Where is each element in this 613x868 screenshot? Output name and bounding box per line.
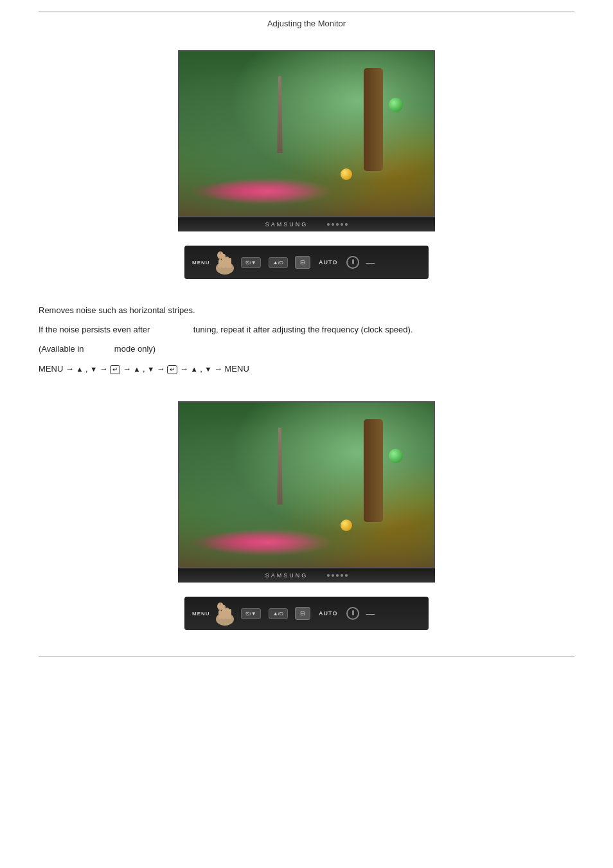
- monitor-bottom-1: SAMSUNG: [178, 217, 435, 231]
- ctrl-btn2-2[interactable]: ▲/O: [269, 608, 288, 619]
- down-arrow-2: ▼: [147, 365, 154, 373]
- text-section: Removes noise such as horizontal stripes…: [39, 292, 574, 388]
- navigation-line: MENU → ▲ , ▼ → ↵ → ▲ , ▼ → ↵ → ▲ , ▼ → M…: [39, 364, 574, 374]
- para3-pre: (Available in: [39, 344, 84, 354]
- up-arrow-1: ▲: [76, 365, 84, 373]
- ctrl-icon1-1[interactable]: ⊟: [295, 256, 310, 269]
- menu-label-1: MENU: [192, 260, 210, 266]
- green-ball-2: [389, 449, 403, 463]
- control-panel-1: MENU ⊡/▼ ▲/O ⊟: [184, 246, 429, 279]
- paragraph-2: If the noise persists even after tuning,…: [39, 323, 574, 337]
- flowers-2: [192, 526, 345, 559]
- svg-rect-9: [226, 608, 229, 619]
- svg-rect-2: [226, 257, 229, 268]
- page-header: Adjusting the Monitor: [39, 0, 574, 37]
- monitor-image-2: SAMSUNG: [178, 401, 435, 583]
- nav-text: MENU → ▲ , ▼ → ↵ → ▲ , ▼ → ↵ → ▲ , ▼ → M…: [39, 364, 249, 374]
- hand-svg-2: [213, 600, 237, 627]
- blank-space-1: [152, 325, 191, 332]
- tree-trunk-2: [364, 419, 383, 522]
- ctrl-auto-1: AUTO: [319, 259, 337, 266]
- brand-label-2: SAMSUNG: [265, 572, 308, 579]
- ctrl-power-2[interactable]: [346, 607, 359, 620]
- down-arrow-3: ▼: [204, 365, 211, 373]
- top-rule: [39, 12, 574, 12]
- brand-label-1: SAMSUNG: [265, 221, 308, 228]
- para2-mid: tuning, repeat it after adjusting the fr…: [193, 325, 413, 334]
- hand-cursor-2: [213, 600, 237, 627]
- blank-space-2: [86, 344, 112, 352]
- svg-rect-4: [218, 259, 222, 268]
- ctrl-power-1[interactable]: [346, 256, 359, 269]
- ctrl-dash-1: —: [366, 257, 375, 267]
- page-title: Adjusting the Monitor: [267, 19, 346, 28]
- pagoda-2: [276, 428, 283, 505]
- ctrl-btn2-1[interactable]: ▲/O: [269, 257, 288, 268]
- para2-pre: If the noise persists even after: [39, 325, 150, 334]
- control-panel-2: MENU ⊡/▼ ▲/O ⊟ AUTO: [184, 597, 429, 630]
- monitor-dots-2: [327, 574, 348, 577]
- ctrl-btn1-2[interactable]: ⊡/▼: [241, 608, 261, 619]
- scene-1: [179, 51, 434, 216]
- hand-svg-1: [213, 249, 237, 276]
- flowers-1: [192, 175, 345, 208]
- svg-rect-3: [229, 258, 231, 268]
- tree-trunk-1: [364, 68, 383, 171]
- down-arrow-1: ▼: [90, 365, 97, 373]
- green-ball-1: [389, 98, 403, 112]
- page-container: Adjusting the Monitor SAMSUNG: [0, 0, 613, 656]
- ctrl-dash-2: —: [366, 608, 375, 619]
- svg-rect-10: [229, 609, 231, 619]
- svg-rect-11: [218, 610, 222, 619]
- ctrl-btn1-1[interactable]: ⊡/▼: [241, 257, 261, 268]
- paragraph-3: (Available in mode only): [39, 342, 574, 356]
- ctrl-icon1-2[interactable]: ⊟: [295, 607, 310, 620]
- monitor-screen-2: [178, 401, 435, 568]
- scene-2: [179, 402, 434, 567]
- pagoda-1: [276, 76, 283, 153]
- monitor-screen-1: [178, 50, 435, 217]
- hand-cursor-1: [213, 249, 237, 276]
- monitor-image-1: SAMSUNG: [178, 50, 435, 231]
- paragraph-1: Removes noise such as horizontal stripes…: [39, 303, 574, 318]
- enter-2: ↵: [167, 365, 177, 374]
- monitor-bottom-2: SAMSUNG: [178, 568, 435, 583]
- enter-1: ↵: [110, 365, 120, 374]
- para3-mid: mode only): [114, 344, 155, 354]
- monitor-dots-1: [327, 223, 348, 226]
- up-arrow-2: ▲: [134, 365, 141, 373]
- menu-label-2: MENU: [192, 611, 210, 617]
- ctrl-auto-2: AUTO: [319, 610, 337, 617]
- content-area: SAMSUNG MENU: [39, 37, 574, 643]
- bottom-rule: [39, 656, 574, 656]
- up-arrow-3: ▲: [191, 365, 198, 373]
